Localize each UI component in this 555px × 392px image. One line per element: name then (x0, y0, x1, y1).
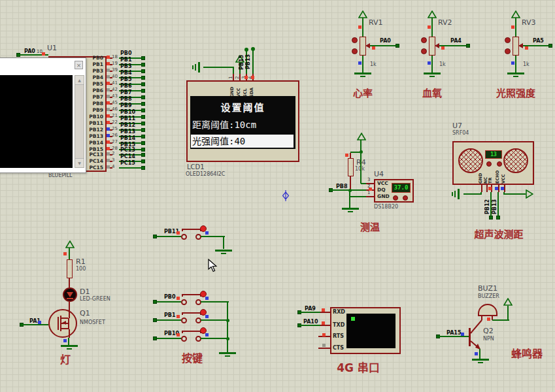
wire (439, 336, 469, 337)
junction-dot (226, 319, 229, 322)
pin-stub (58, 317, 59, 330)
wire (349, 190, 350, 208)
sensor-label: 血氧 (422, 89, 442, 99)
state-square (107, 69, 110, 72)
wire-terminal (496, 216, 500, 220)
wire (69, 248, 70, 259)
pin-number: 43 (112, 94, 118, 99)
pot-decrease-button[interactable] (505, 48, 511, 54)
state-square (42, 52, 45, 56)
pin-stub (61, 318, 68, 319)
wire (227, 302, 228, 352)
close-icon[interactable]: × (75, 61, 83, 69)
temp-down-button[interactable] (403, 195, 408, 201)
wire (505, 193, 526, 195)
pin-name: PC15 (86, 165, 103, 171)
pin-stub (481, 185, 482, 192)
ground-icon (458, 189, 460, 199)
net-label: PA4 (450, 39, 462, 44)
wire-terminal (141, 122, 145, 125)
button-bar (182, 312, 201, 314)
wire-terminal (141, 56, 145, 60)
ground-icon (354, 73, 371, 74)
temp-up-button[interactable] (393, 195, 398, 201)
u1-ref: U1 (47, 44, 57, 52)
button-contact (181, 234, 187, 240)
scroll-up-icon[interactable]: ▲ (75, 76, 84, 85)
popup-window[interactable]: × ▲ ▼ (0, 57, 86, 173)
mouse-cursor (208, 259, 218, 272)
state-square (501, 187, 504, 190)
wire (497, 192, 499, 216)
net-label: PA10 (303, 319, 318, 325)
wire (201, 236, 225, 237)
button-bar (182, 229, 201, 230)
net-label: PB6 (120, 84, 132, 89)
state-square (461, 333, 464, 336)
ground-icon (424, 73, 441, 74)
popup-scrollbar[interactable]: ▲ ▼ (75, 75, 84, 168)
state-square (369, 188, 372, 191)
state-square (63, 252, 67, 255)
wire-terminal (141, 135, 145, 139)
ground-icon (198, 62, 200, 73)
lcd-pin-label: GND (230, 82, 235, 97)
led-symbol-icon (67, 298, 73, 299)
net-label: PA0 (380, 39, 391, 44)
state-square (177, 231, 180, 235)
state-square (322, 344, 326, 347)
r1-resistor[interactable] (67, 259, 73, 278)
state-square (107, 56, 110, 59)
popup-titlebar[interactable]: × (0, 58, 86, 73)
sensor-label: 测温 (360, 223, 380, 233)
pot-increase-button[interactable] (421, 37, 427, 43)
scroll-down-icon[interactable]: ▼ (75, 158, 84, 167)
wire-terminal (141, 95, 145, 99)
pin-name: VCC (501, 160, 506, 184)
wire (362, 56, 363, 73)
wire-terminal (141, 166, 145, 170)
pin-number: 1 (367, 191, 370, 195)
pot-increase-button[interactable] (352, 37, 358, 43)
r4-resistor[interactable] (348, 158, 354, 176)
wire (361, 183, 366, 184)
pot-decrease-button[interactable] (421, 48, 427, 54)
power-icon (503, 298, 513, 306)
lcd-screen: 设置阈值 距离阈值:10cm 光强阈值:40 (190, 96, 295, 149)
pin-number: 4 (112, 165, 114, 169)
wire (157, 301, 181, 302)
lcd-line-light: 光强阈值:40 (191, 136, 245, 146)
state-square (372, 46, 375, 50)
power-icon (357, 133, 366, 140)
pin-number: 41 (112, 81, 118, 86)
pin-stub (233, 74, 234, 80)
button-bar (182, 331, 201, 332)
pin-stub (69, 309, 70, 318)
wire (201, 319, 229, 321)
net-label: PB3 (120, 64, 132, 69)
wire (157, 319, 181, 321)
lcd-pin-label: SDA (250, 82, 254, 97)
wire (233, 67, 234, 74)
state-square (428, 61, 431, 65)
net-label: PA5 (533, 39, 544, 44)
state-square (177, 297, 180, 300)
state-square (107, 159, 110, 162)
wire (350, 196, 366, 197)
button-bar (182, 229, 183, 231)
modem-pin-label: CTS (333, 346, 344, 351)
wire (22, 324, 48, 325)
mosfet-arrow-icon (62, 321, 66, 325)
wire (201, 301, 229, 302)
pin-name: PB6 (86, 88, 103, 93)
pin-stub (486, 185, 488, 192)
state-square (177, 333, 180, 336)
pot-increase-button[interactable] (505, 37, 511, 43)
button-bar (182, 294, 201, 295)
pin-name: PB11 (86, 121, 103, 126)
wire (299, 325, 320, 326)
modem-pin-label: RTS (333, 334, 344, 339)
pot-decrease-button[interactable] (352, 48, 358, 54)
part-value: SRF04 (452, 131, 469, 136)
state-square (322, 308, 325, 312)
